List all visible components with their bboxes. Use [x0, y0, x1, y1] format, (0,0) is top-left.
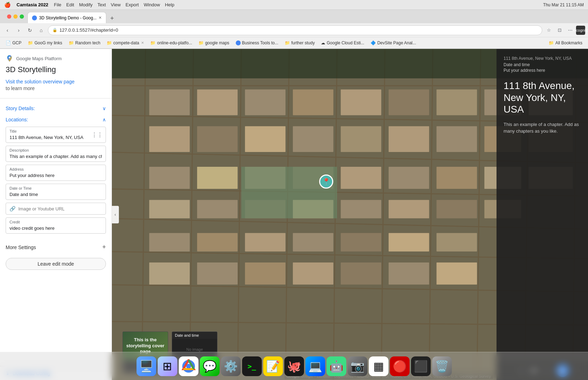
locations-label: Locations:: [6, 117, 28, 122]
browser-chrome: 3D Storytelling Demo - Goog... ✕ + ‹ › ↻…: [0, 10, 588, 49]
dock-camtasia-icon[interactable]: ⬛: [411, 356, 431, 376]
address-bar[interactable]: 🔒 127.0.0.1:5527/#chapterId=0: [48, 25, 542, 35]
bookmark-google-maps[interactable]: 📁 google maps: [196, 40, 232, 46]
menu-text[interactable]: Text: [97, 2, 106, 7]
bookmark-goog-links[interactable]: 📁 GooG my links: [25, 40, 65, 46]
datetime-input[interactable]: [10, 192, 102, 197]
apple-logo-icon[interactable]: 🍎: [4, 2, 11, 8]
more-settings-plus-icon: +: [102, 243, 106, 251]
close-window-button[interactable]: [7, 14, 11, 19]
svg-rect-26: [388, 89, 429, 115]
home-button[interactable]: ⌂: [37, 26, 46, 35]
chapter-description: This an example of a chapter. Add as man…: [504, 121, 581, 135]
svg-rect-60: [341, 233, 381, 251]
menu-help[interactable]: Help: [165, 2, 175, 7]
extensions-icon[interactable]: ⊡: [555, 26, 564, 35]
divider-1: [0, 98, 112, 99]
svg-rect-58: [245, 233, 285, 251]
dock-unknown-icon[interactable]: 🔴: [390, 356, 410, 376]
bookmark-folder-icon: 📁: [28, 40, 33, 45]
bookmark-star-icon[interactable]: ☆: [544, 26, 554, 35]
menu-export[interactable]: Export: [126, 2, 139, 7]
locations-chevron-icon: ∧: [102, 117, 106, 122]
address-input[interactable]: [10, 173, 102, 178]
dock-launchpad-icon[interactable]: ⊞: [158, 356, 177, 376]
menu-file[interactable]: File: [54, 2, 61, 7]
bookmark-folder-icon-2: 📁: [69, 40, 74, 45]
dock-android-icon[interactable]: 🤖: [327, 356, 346, 376]
mac-menubar: 🍎 Camtasia 2022 File Edit Modify Text Vi…: [0, 0, 588, 10]
url-input[interactable]: [18, 206, 102, 211]
new-tab-button[interactable]: +: [107, 13, 117, 23]
svg-rect-63: [149, 262, 190, 285]
svg-rect-31: [197, 126, 238, 152]
bookmark-close-icon[interactable]: ✕: [141, 41, 144, 45]
bookmark-gcp-icon: 📄: [6, 40, 11, 45]
leave-edit-mode-button[interactable]: Leave edit mode: [6, 258, 106, 270]
svg-rect-22: [197, 89, 238, 115]
dock-finder-icon[interactable]: 🖥️: [137, 356, 156, 376]
locations-section[interactable]: Locations: ∧: [0, 114, 112, 125]
dock-notes-icon[interactable]: 📝: [263, 356, 283, 376]
svg-rect-27: [436, 89, 477, 115]
bookmark-random-tech[interactable]: 📁 Random tech: [66, 40, 103, 46]
chapter-title-big: 111 8th Avenue, New York, NY, USA: [504, 80, 581, 115]
story-details-label: Story Details:: [6, 106, 35, 111]
dock-vscode-icon[interactable]: 💻: [305, 356, 325, 376]
dock-camera-icon[interactable]: 📷: [348, 356, 367, 376]
bookmark-blue-icon: [236, 40, 241, 45]
menu-window[interactable]: Window: [144, 2, 160, 7]
tab-close-button[interactable]: ✕: [99, 15, 102, 20]
dock-system-prefs-icon[interactable]: ⚙️: [221, 356, 241, 376]
panel-toggle-button[interactable]: ‹: [112, 206, 119, 223]
map-pin: 📍: [319, 175, 333, 189]
bookmark-gcp[interactable]: 📄 GCP: [3, 40, 24, 46]
menu-modify[interactable]: Modify: [79, 2, 93, 7]
svg-rect-67: [341, 262, 381, 285]
bookmark-compete-data[interactable]: 📁 compete-data ✕: [104, 40, 147, 46]
forward-button[interactable]: ›: [14, 26, 23, 35]
bookmark-further-study[interactable]: 📁 further study: [282, 40, 318, 46]
story-details-chevron-icon: ∨: [102, 106, 106, 111]
google-maps-logo: Google Maps Platform: [6, 55, 106, 62]
bookmark-business-tools[interactable]: Business Tools to...: [233, 40, 281, 46]
dock-messages-icon[interactable]: 💬: [200, 356, 220, 376]
tab-bar: 3D Storytelling Demo - Goog... ✕ +: [0, 10, 588, 23]
active-tab[interactable]: 3D Storytelling Demo - Goog... ✕: [27, 12, 106, 23]
title-label: Title: [10, 129, 102, 133]
bookmark-all-bookmarks[interactable]: 📁 All Bookmarks: [546, 40, 585, 46]
svg-rect-43: [341, 167, 381, 189]
back-button[interactable]: ‹: [3, 26, 12, 35]
svg-point-0: [9, 57, 11, 58]
menu-edit[interactable]: Edit: [66, 2, 74, 7]
url-text: 127.0.0.1:5527/#chapterId=0: [59, 27, 118, 33]
incognito-badge: Incognito: [576, 26, 585, 35]
title-input[interactable]: [10, 135, 102, 140]
all-bookmarks-folder-icon: 📁: [549, 40, 554, 45]
credit-input[interactable]: [10, 226, 102, 231]
bookmark-online-edu[interactable]: 📁 online-edu-platfo...: [147, 40, 195, 46]
description-input[interactable]: [10, 154, 102, 159]
reload-button[interactable]: ↻: [25, 26, 34, 35]
bookmarks-bar: 📄 GCP 📁 GooG my links 📁 Random tech 📁 co…: [0, 37, 588, 49]
panel-toggle-chevron-icon: ‹: [115, 212, 116, 217]
solution-overview-link[interactable]: Visit the solution overview page: [6, 79, 75, 84]
bookmark-gcloud-esti[interactable]: ☁ Google Cloud Esti...: [318, 40, 367, 46]
title-options-icon[interactable]: ⋮⋮: [91, 132, 103, 138]
menu-view[interactable]: View: [111, 2, 121, 7]
more-settings-row[interactable]: More Settings +: [0, 239, 112, 255]
dock-trash-icon[interactable]: 🗑️: [432, 356, 452, 376]
minimize-window-button[interactable]: [13, 14, 18, 19]
dock-github-icon[interactable]: 🐙: [284, 356, 304, 376]
map-area[interactable]: 📍 ‹ This is the storytelling cover page …: [112, 49, 588, 380]
svg-rect-23: [245, 89, 285, 115]
dock-chrome-icon[interactable]: [179, 356, 198, 376]
bookmark-devsite[interactable]: 🔷 DevSite Page Anal...: [368, 40, 419, 46]
svg-rect-35: [388, 126, 429, 152]
dock-qr-icon[interactable]: ▦: [369, 356, 388, 376]
svg-rect-69: [436, 262, 477, 285]
dock-terminal-icon[interactable]: >_: [242, 356, 262, 376]
bookmark-folder-icon-6: 📁: [285, 40, 290, 45]
story-details-section[interactable]: Story Details: ∨: [0, 103, 112, 114]
fullscreen-window-button[interactable]: [20, 14, 24, 19]
